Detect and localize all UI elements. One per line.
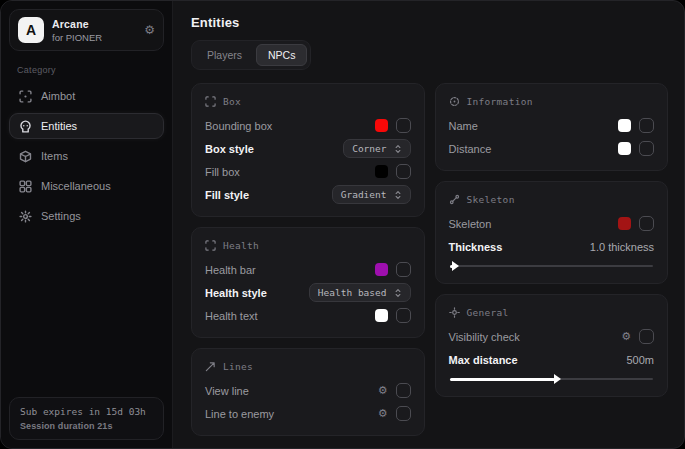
line-to-enemy-checkbox[interactable] [396,406,411,421]
color-swatch[interactable] [375,119,388,132]
setting-label: Health text [205,310,258,322]
setting-label: Box style [205,143,254,155]
information-icon [449,96,460,107]
setting-label: Skeleton [449,218,492,230]
health-bar-checkbox[interactable] [396,262,411,277]
settings-gear-icon[interactable]: ⚙ [144,24,155,36]
app-logo: A [18,17,44,43]
setting-row: Skeleton [449,212,655,235]
color-swatch[interactable] [375,309,388,322]
view-line-checkbox[interactable] [396,383,411,398]
setting-row: Bounding box [205,114,411,137]
target-tabs: Players NPCs [191,40,311,70]
sidebar: A Arcane for PIONER ⚙ Category Aimbot En… [1,1,173,448]
setting-row: Distance [449,137,655,160]
setting-row: Fill style Gradient [205,183,411,206]
brand-text: Arcane for PIONER [52,18,136,43]
information-card-header: Information [449,96,655,107]
card-title: Skeleton [467,194,515,205]
visibility-check-gear-icon[interactable]: ⚙ [621,331,631,342]
lines-icon [205,361,216,372]
setting-label: Distance [449,143,492,155]
tab-npcs[interactable]: NPCs [256,44,307,66]
setting-row: Health style Health based [205,281,411,304]
sidebar-item-settings[interactable]: Settings [9,203,164,229]
main-panel: Entities Players NPCs Box Bounding box [173,1,684,448]
card-title: Health [223,240,259,251]
setting-row: View line ⚙ [205,379,411,402]
sidebar-item-miscellaneous[interactable]: Miscellaneous [9,173,164,199]
sidebar-nav: Aimbot Entities Items Miscellaneous Sett… [9,83,164,229]
health-card-header: Health [205,240,411,251]
setting-row: Line to enemy ⚙ [205,402,411,425]
sidebar-item-label: Entities [41,120,77,132]
sidebar-item-label: Settings [41,210,81,222]
setting-label: Thickness [449,241,503,253]
card-title: Lines [223,361,253,372]
brand-card: A Arcane for PIONER ⚙ [9,9,164,51]
sidebar-item-items[interactable]: Items [9,143,164,169]
health-text-checkbox[interactable] [396,308,411,323]
sidebar-item-label: Aimbot [41,90,75,102]
setting-row: Box style Corner [205,137,411,160]
cards-grid: Box Bounding box Box style Corner [191,83,668,436]
bounding-box-checkbox[interactable] [396,118,411,133]
updown-icon [394,288,402,298]
color-swatch[interactable] [618,217,631,230]
setting-label: Health bar [205,264,256,276]
left-column: Box Bounding box Box style Corner [191,83,425,436]
sub-expiry-text: Sub expires in 15d 03h [20,406,153,417]
skeleton-checkbox[interactable] [639,216,654,231]
max-distance-slider[interactable] [450,374,654,384]
app-subtitle: for PIONER [52,32,136,43]
card-title: Box [223,96,241,107]
category-label: Category [17,65,164,75]
lines-card: Lines View line ⚙ Line to enemy ⚙ [191,348,425,436]
color-swatch[interactable] [375,263,388,276]
lines-card-header: Lines [205,361,411,372]
name-checkbox[interactable] [639,118,654,133]
setting-row: Visibility check ⚙ [449,325,655,348]
general-card-header: General [449,307,655,318]
line-to-enemy-gear-icon[interactable]: ⚙ [378,408,388,419]
setting-label: View line [205,385,249,397]
distance-checkbox[interactable] [639,141,654,156]
right-column: Information Name Distance [435,83,669,397]
color-swatch[interactable] [618,142,631,155]
color-swatch[interactable] [375,165,388,178]
thickness-slider[interactable] [450,261,654,271]
visibility-check-checkbox[interactable] [639,329,654,344]
box-style-dropdown[interactable]: Corner [343,139,410,158]
subscription-info: Sub expires in 15d 03h Session duration … [9,397,164,440]
slider-thumb[interactable] [452,261,459,271]
health-style-dropdown[interactable]: Health based [309,283,411,302]
skeleton-card-header: Skeleton [449,194,655,205]
session-duration-text: Session duration 21s [20,421,153,431]
box-card: Box Bounding box Box style Corner [191,83,425,217]
updown-icon [394,144,402,154]
setting-row: Health bar [205,258,411,281]
sidebar-item-aimbot[interactable]: Aimbot [9,83,164,109]
general-card: General Visibility check ⚙ Max distance … [435,294,669,397]
slider-thumb[interactable] [554,374,561,384]
view-line-gear-icon[interactable]: ⚙ [378,385,388,396]
setting-label: Fill box [205,166,240,178]
sidebar-item-label: Items [41,150,68,162]
color-swatch[interactable] [618,119,631,132]
setting-label: Visibility check [449,331,520,343]
sidebar-item-entities[interactable]: Entities [9,113,164,139]
information-card: Information Name Distance [435,83,669,171]
tab-players[interactable]: Players [195,44,254,66]
miscellaneous-icon [19,180,32,193]
health-icon [205,240,216,251]
slider-fill [450,265,453,268]
fill-style-dropdown[interactable]: Gradient [332,185,411,204]
dropdown-value: Health based [318,287,387,298]
setting-row: Thickness 1.0 thickness [449,235,655,258]
setting-label: Fill style [205,189,249,201]
fill-box-checkbox[interactable] [396,164,411,179]
setting-label: Name [449,120,478,132]
items-icon [19,150,32,163]
updown-icon [394,190,402,200]
settings-icon [19,210,32,223]
